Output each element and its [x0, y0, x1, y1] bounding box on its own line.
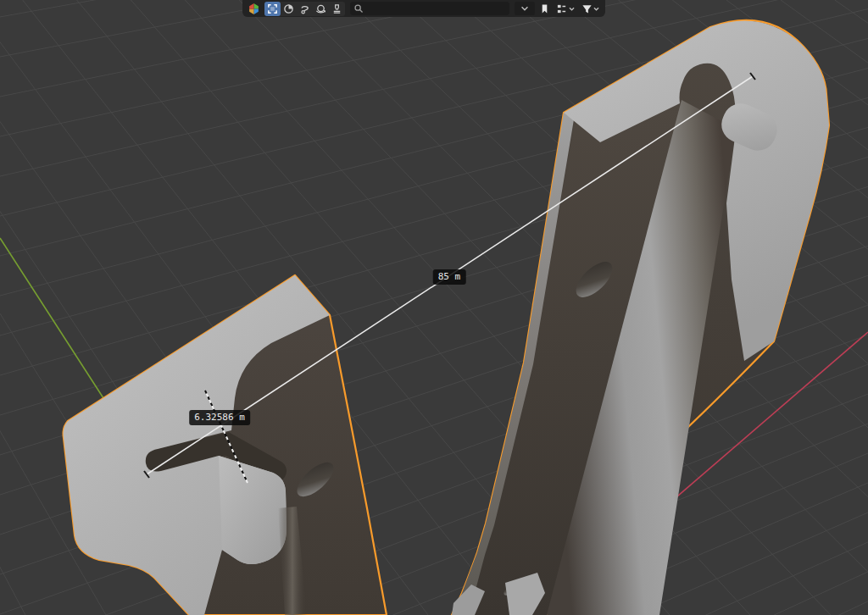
- chevron-down-icon: [520, 3, 530, 14]
- search-field[interactable]: [350, 2, 509, 15]
- bookmark-button[interactable]: [537, 2, 552, 15]
- tree-list-icon: [556, 3, 568, 14]
- filter-button[interactable]: [580, 2, 602, 15]
- select-lasso-button[interactable]: [297, 2, 313, 16]
- color-wheel-icon: [248, 3, 260, 15]
- display-mode-button[interactable]: [554, 2, 577, 15]
- viewport-window: 85 m 6.32586 m: [0, 0, 868, 615]
- measurement-label-thickness[interactable]: 6.32586 m: [189, 410, 250, 425]
- lasso-icon: [299, 3, 310, 14]
- select-circle-button[interactable]: [281, 2, 297, 16]
- search-input[interactable]: [366, 2, 506, 15]
- globe-orbit-icon: [315, 3, 326, 14]
- stamp-button[interactable]: [329, 2, 345, 16]
- box-select-icon: [267, 3, 278, 14]
- measurement-label-total[interactable]: 85 m: [433, 269, 466, 285]
- funnel-icon: [581, 3, 593, 14]
- editor-type-button[interactable]: [246, 2, 262, 15]
- select-box-button[interactable]: [264, 2, 281, 16]
- bookmark-icon: [539, 3, 550, 14]
- search-icon: [353, 3, 364, 14]
- tool-button-group: [264, 2, 345, 16]
- floating-header-bar: [242, 0, 605, 17]
- circle-pie-icon: [283, 3, 294, 14]
- chevron-down-icon: [568, 5, 576, 13]
- viewport-3d[interactable]: [0, 0, 868, 615]
- stamp-brush-icon: [331, 3, 342, 14]
- orbit-button[interactable]: [313, 2, 329, 16]
- chevron-down-icon: [593, 5, 600, 13]
- collapse-button[interactable]: [515, 2, 535, 15]
